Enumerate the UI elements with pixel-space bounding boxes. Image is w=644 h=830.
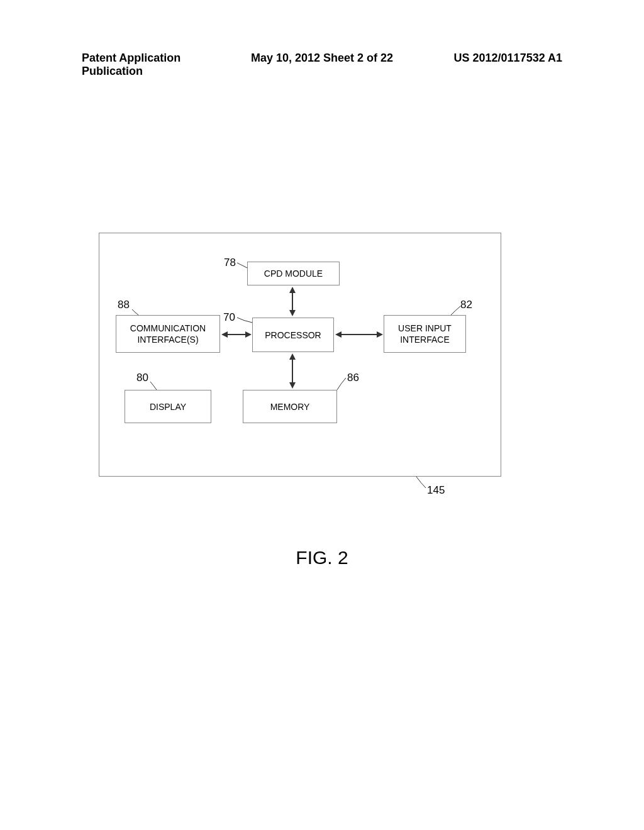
page-header: Patent Application Publication May 10, 2… [0,52,644,78]
display-block: DISPLAY [125,390,211,423]
ref-label-82: 82 [460,299,472,311]
header-application-number: US 2012/0117532 A1 [402,52,562,78]
ref-label-88: 88 [118,299,130,311]
processor-block: PROCESSOR [252,318,334,352]
communication-interface-block: COMMUNICATION INTERFACE(S) [116,315,220,353]
leader-145 [416,477,426,488]
header-date-sheet: May 10, 2012 Sheet 2 of 22 [242,52,402,78]
ref-label-78: 78 [224,257,236,269]
memory-block: MEMORY [243,390,337,423]
diagram: CPD MODULE PROCESSOR COMMUNICATION INTER… [99,233,501,484]
cpd-module-block: CPD MODULE [247,262,340,285]
user-input-interface-block: USER INPUT INTERFACE [384,315,466,353]
figure-caption: FIG. 2 [0,547,644,568]
header-publication: Patent Application Publication [82,52,242,78]
ref-label-86: 86 [347,372,359,384]
ref-label-70: 70 [223,311,235,324]
ref-label-145: 145 [427,484,445,497]
ref-label-80: 80 [136,372,148,384]
